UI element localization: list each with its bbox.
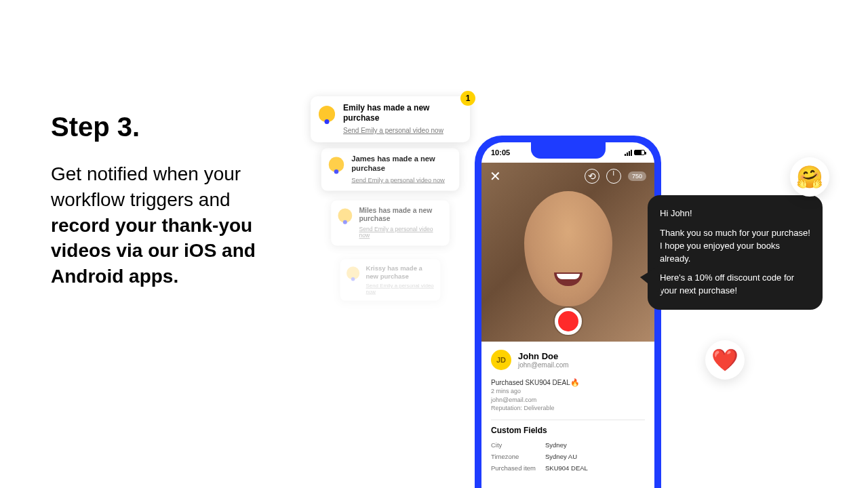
purchase-line: Purchased SKU904 DEAL🔥 [491, 378, 645, 387]
notification-title: Krissy has made a new purchase [366, 264, 434, 281]
field-row: Timezone Sydney AU [491, 451, 645, 462]
notification-card[interactable]: Miles has made a new purchase Send Emily… [331, 200, 450, 245]
customer-card: JD John Doe john@email.com Purchased SKU… [481, 342, 654, 482]
bell-icon [329, 157, 344, 171]
notification-link[interactable]: Send Emily a personal video now [351, 176, 445, 183]
switch-camera-icon[interactable] [585, 169, 599, 184]
notification-title: Emily has made a new purchase [343, 103, 462, 123]
speed-pill[interactable]: 750 [628, 171, 646, 181]
close-icon[interactable]: ✕ [490, 168, 501, 184]
field-key: Timezone [491, 453, 545, 460]
record-button[interactable] [555, 308, 582, 335]
signal-icon [625, 150, 632, 156]
bubble-line: Here's a 10% off discount code for your … [660, 272, 810, 298]
bell-icon [319, 106, 335, 122]
notification-link[interactable]: Send Emily a personal video now [343, 127, 443, 134]
step-title: Step 3. [51, 112, 281, 142]
notification-stack: 1 Emily has made a new purchase Send Emi… [311, 96, 470, 310]
notification-title: Miles has made a new purchase [359, 206, 442, 224]
step-description-plain: Get notified when your workflow triggers… [51, 163, 241, 210]
battery-icon [634, 150, 645, 155]
timer-icon[interactable] [606, 169, 621, 184]
field-key: Purchased item [491, 464, 545, 472]
field-value: SKU904 DEAL [545, 464, 588, 472]
field-value: Sydney AU [545, 453, 577, 460]
custom-fields-title: Custom Fields [491, 426, 645, 435]
instruction-text: Step 3. Get notified when your workflow … [51, 112, 281, 289]
step-description-bold: record your thank-you videos via our iOS… [51, 215, 256, 287]
divider [491, 420, 645, 420]
notification-card[interactable]: Krissy has made a new purchase Send Emil… [340, 259, 441, 301]
bubble-line: Thank you so much for your purchase! I h… [660, 227, 810, 266]
bell-icon [338, 209, 353, 223]
notification-link[interactable]: Send Emily a personal video now [366, 283, 434, 294]
phone-mockup: 10:05 ✕ 750 JD John [475, 136, 661, 488]
customer-name: John Doe [518, 351, 569, 361]
notification-card[interactable]: James has made a new purchase Send Emily… [321, 148, 460, 190]
meta-ago: 2 mins ago [491, 387, 645, 396]
avatar: JD [491, 350, 511, 370]
phone-notch [531, 142, 606, 159]
field-key: City [491, 441, 545, 449]
hug-emoji-icon: 🤗 [790, 157, 829, 197]
status-time: 10:05 [491, 148, 510, 157]
field-row: City Sydney [491, 439, 645, 451]
bell-icon [347, 266, 359, 279]
heart-emoji-icon: ❤️ [705, 340, 745, 380]
field-row: Purchased item SKU904 DEAL [491, 462, 645, 474]
camera-viewfinder: ✕ 750 [481, 163, 654, 342]
notification-badge: 1 [460, 91, 475, 106]
fire-icon: 🔥 [570, 378, 580, 386]
field-value: Sydney [545, 441, 567, 449]
bubble-line: Hi John! [660, 207, 810, 220]
customer-email: john@email.com [518, 361, 569, 369]
meta-reputation: Reputation: Deliverable [491, 404, 645, 413]
notification-link[interactable]: Send Emily a personal video now [359, 226, 442, 239]
notification-card[interactable]: 1 Emily has made a new purchase Send Emi… [311, 96, 470, 142]
speech-bubble: Hi John! Thank you so much for your purc… [648, 195, 823, 310]
notification-title: James has made a new purchase [351, 155, 452, 174]
meta-email: john@email.com [491, 396, 645, 405]
step-description: Get notified when your workflow triggers… [51, 161, 281, 289]
